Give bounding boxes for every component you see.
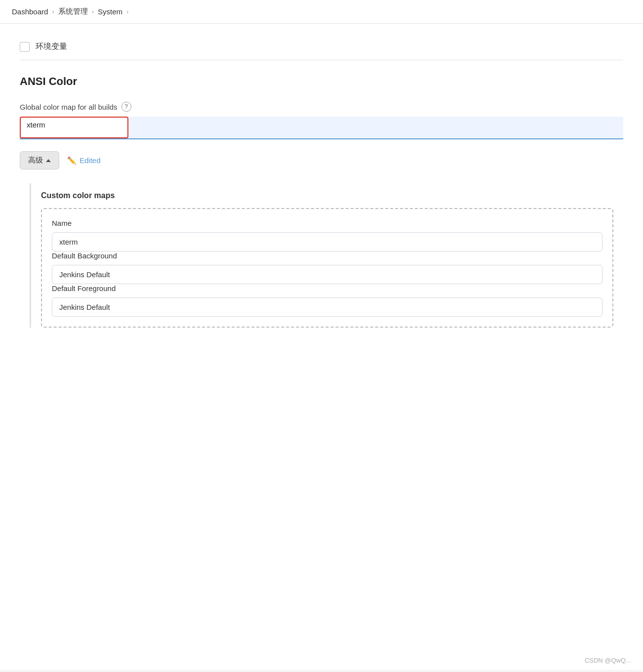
global-color-input[interactable]	[27, 121, 116, 129]
default-background-input[interactable]	[52, 265, 603, 284]
global-color-input-wrapper	[20, 117, 128, 138]
global-color-label-row: Global color map for all builds ?	[20, 102, 623, 112]
breadcrumb: Dashboard › 系统管理 › System ›	[0, 0, 643, 24]
global-color-label-text: Global color map for all builds	[20, 103, 118, 111]
name-label: Name	[52, 219, 603, 227]
ansi-color-title: ANSI Color	[20, 75, 623, 88]
env-variable-checkbox[interactable]	[20, 42, 30, 52]
pencil-icon: ✏️	[67, 156, 77, 165]
global-color-input-row	[20, 117, 623, 139]
help-icon[interactable]: ?	[121, 102, 131, 112]
env-variable-label: 环境变量	[36, 42, 67, 52]
default-background-label: Default Background	[52, 252, 603, 260]
breadcrumb-sep-1: ›	[52, 8, 54, 15]
advanced-button-label: 高级	[28, 156, 43, 165]
watermark: CSDN @QwQ...	[585, 657, 631, 664]
custom-color-maps-title: Custom color maps	[31, 183, 623, 208]
name-input[interactable]	[52, 232, 603, 252]
breadcrumb-system-mgmt[interactable]: 系统管理	[58, 7, 88, 16]
custom-color-maps-box: Name Default Background Default Foregrou…	[41, 208, 613, 328]
advanced-row: 高级 ✏️ Edited	[20, 151, 623, 169]
edited-indicator: ✏️ Edited	[67, 156, 101, 165]
advanced-button[interactable]: 高级	[20, 151, 59, 169]
breadcrumb-system[interactable]: System	[98, 7, 122, 16]
default-foreground-input[interactable]	[52, 297, 603, 317]
custom-color-maps-section: Custom color maps Name Default Backgroun…	[30, 183, 623, 328]
input-extension-area	[128, 117, 623, 138]
breadcrumb-sep-2: ›	[92, 8, 94, 15]
breadcrumb-dashboard[interactable]: Dashboard	[12, 7, 48, 16]
default-background-field-group: Default Background	[52, 252, 603, 284]
default-foreground-field-group: Default Foreground	[52, 284, 603, 317]
main-content: 环境变量 ANSI Color Global color map for all…	[0, 24, 643, 670]
env-variable-section: 环境变量	[20, 34, 623, 60]
name-field-group: Name	[52, 219, 603, 252]
ansi-color-section: ANSI Color Global color map for all buil…	[20, 75, 623, 328]
chevron-up-icon	[46, 159, 51, 162]
breadcrumb-sep-3: ›	[126, 8, 128, 15]
default-foreground-label: Default Foreground	[52, 284, 603, 293]
edited-label-text: Edited	[80, 156, 101, 165]
